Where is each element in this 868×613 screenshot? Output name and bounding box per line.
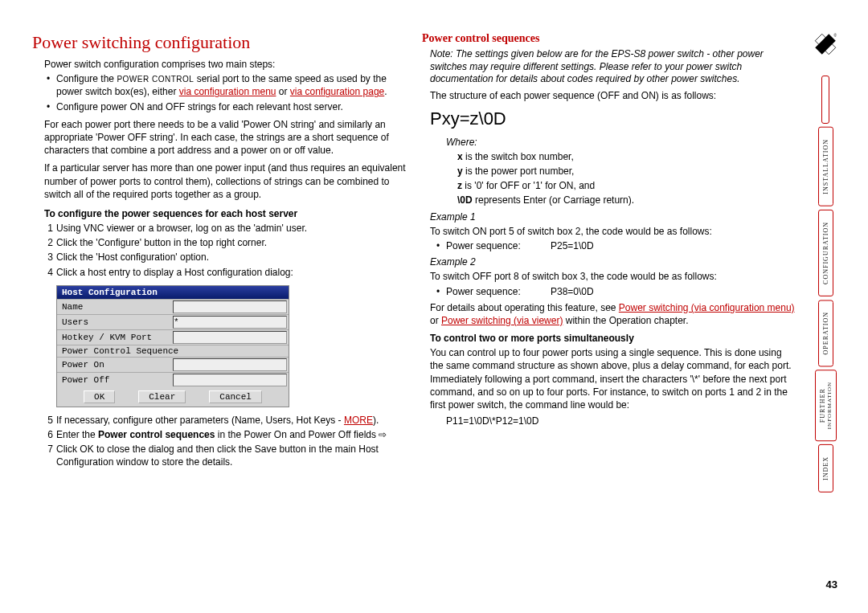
two-ports-code: P11=1\0D\*P12=1\0D [422,415,796,427]
left-column: Power switching configuration Power swit… [32,32,406,471]
example2-head: Example 2 [422,255,796,268]
sidebar-nav: ® INSTALLATION CONFIGURATION OPERATION F… [813,32,837,492]
dialog-label-pcs: Power Control Sequence [57,345,289,357]
tab-operation[interactable]: OPERATION [818,300,833,366]
para-power-strings: For each power port there needs to be a … [32,118,406,157]
dialog-cancel-button[interactable]: Cancel [209,390,262,403]
tab-installation[interactable]: INSTALLATION [818,127,833,206]
right-column: Power control sequences Note: The settin… [422,32,796,471]
step-3: Click the 'Host configuration' option. [56,251,406,264]
def-0d: \0D represents Enter (or Carriage return… [422,194,796,206]
two-ports-text: You can control up to four power ports u… [422,346,796,411]
brand-logo-icon: ® [813,32,837,56]
dialog-input-name[interactable] [173,300,287,313]
tab-contents[interactable] [821,76,829,124]
sequence-format: Pxy=z\0D [430,107,796,131]
dialog-clear-button[interactable]: Clear [138,390,186,403]
svg-text:®: ® [834,33,837,38]
dialog-input-hotkey[interactable] [173,331,287,344]
tab-further-info[interactable]: FURTHERINFORMATION [815,370,837,441]
tab-index[interactable]: INDEX [818,444,833,492]
section-title-sequences: Power control sequences [422,32,796,45]
where-label: Where: [422,136,796,149]
link-more[interactable]: MORE [344,415,373,426]
step-6: Enter the Power control sequences in the… [56,428,406,441]
dialog-title: Host Configuration [57,286,289,299]
host-config-dialog: Host Configuration Name Users Hotkey / K… [56,285,289,407]
dialog-ok-button[interactable]: OK [84,390,115,403]
link-power-switching-menu[interactable]: Power switching (via configuration menu) [619,302,795,313]
example1-text: To switch ON port 5 of switch box 2, the… [422,225,796,238]
details-text: For details about operating this feature… [422,301,796,327]
link-via-config-page[interactable]: via configuration page [290,86,384,97]
link-power-switching-viewer[interactable]: Power switching (via viewer) [441,315,563,326]
example1-head: Example 1 [422,210,796,223]
tab-configuration[interactable]: CONFIGURATION [818,210,833,296]
dialog-input-poweroff[interactable] [173,374,287,386]
def-x: x is the switch box number, [422,150,796,163]
structure-text: The structure of each power sequence (OF… [422,89,796,102]
step-5: If necessary, configure other parameters… [56,414,406,427]
subhead-configure-sequences: To configure the power sequences for eac… [32,207,406,220]
page-number: 43 [826,578,837,591]
dialog-input-users[interactable] [173,316,287,329]
step-7: Click OK to close the dialog and then cl… [56,443,406,468]
para-multi-port: If a particular server has more than one… [32,161,406,201]
dialog-label-poweroff: Power Off [57,374,171,386]
step-1: Using VNC viewer or a browser, log on as… [56,222,406,235]
step-2: Click the 'Configure' button in the top … [56,236,406,249]
dialog-label-hotkey: Hotkey / KVM Port [57,332,171,343]
intro-text: Power switch configuration comprises two… [32,58,406,71]
page-title: Power switching configuration [32,32,406,53]
note-eps-s8: Note: The settings given below are for t… [422,48,796,86]
example1-sequence: Power sequence:P25=1\0D [422,239,796,252]
bullet-configure-strings: Configure power ON and OFF strings for e… [56,100,406,113]
dialog-label-poweron: Power On [57,359,171,370]
subhead-two-ports: To control two or more ports simultaneou… [422,332,796,345]
link-via-config-menu[interactable]: via configuration menu [179,86,276,97]
example2-sequence: Power sequence:P38=0\0D [422,285,796,298]
def-y: y is the power port number, [422,165,796,178]
example2-text: To switch OFF port 8 of switch box 3, th… [422,270,796,283]
dialog-label-users: Users [57,317,171,328]
dialog-input-poweron[interactable] [173,358,287,371]
step-4: Click a host entry to display a Host con… [56,266,406,279]
dialog-label-name: Name [57,301,171,313]
def-z: z is '0' for OFF or '1' for ON, and [422,179,796,192]
bullet-configure-serial: Configure the POWER CONTROL serial port … [56,72,406,98]
